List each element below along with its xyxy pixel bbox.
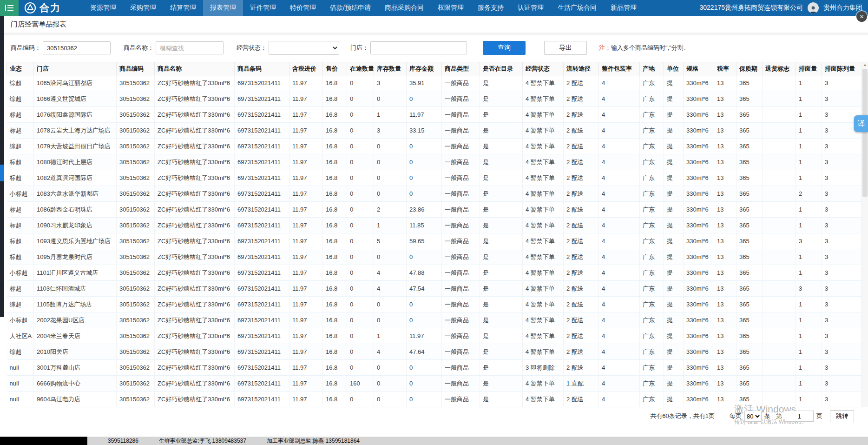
nav-item[interactable]: 结算管理 [163,0,203,16]
table-cell: 广东 [640,186,664,202]
store-input[interactable] [370,41,467,54]
table-cell: 11.97 [289,376,323,392]
table-scrollbar[interactable]: ▲ [861,62,868,407]
export-button[interactable]: 导出 [544,41,587,55]
nav-item[interactable]: 服务支持 [471,0,511,16]
table-cell: ZC好巧砂糖桔红了330ml*6 [155,123,235,139]
table-cell: 是 [480,344,523,360]
table-cell: 365 [736,202,763,218]
table-row[interactable]: 标超1093遵义思乐为置地广场店305150362ZC好巧砂糖桔红了330ml*… [7,233,862,249]
table-cell: 0 [407,249,442,265]
product-name-input[interactable] [156,41,224,54]
jump-button[interactable]: 跳转 [830,410,854,422]
nav-item[interactable]: 借款/预结申请 [323,0,378,16]
table-row[interactable]: 综超2010阳关店305150362ZC好巧砂糖桔红了330ml*6697315… [7,344,862,360]
table-row[interactable]: 标超1082道真滨河国际店305150362ZC好巧砂糖桔红了330ml*669… [7,170,862,186]
table-cell: 16.8 [323,312,347,328]
nav-item[interactable]: 生活广场合同 [551,0,604,16]
table-row[interactable]: 综超1066遵义世贸城店305150362ZC好巧砂糖桔红了330ml*6697… [7,91,862,107]
table-cell: 2 配送 [564,170,599,186]
table-cell [763,202,796,218]
table-row[interactable]: null3001万科麓山店305150362ZC好巧砂糖桔红了330ml*669… [7,360,862,376]
table-row[interactable]: 大社区A2004米兰春天店305150362ZC好巧砂糖桔红了330ml*669… [7,328,862,344]
table-cell: 23.86 [407,202,442,218]
scrollbar-thumb[interactable] [862,69,868,197]
page-number-input[interactable] [785,411,814,422]
table-row[interactable]: null6666购物流中心305150362ZC好巧砂糖桔红了330ml*669… [7,376,862,392]
table-cell: 1 [796,107,822,123]
nav-item[interactable]: 资源管理 [83,0,123,16]
table-cell: 11.97 [407,328,442,344]
table-row[interactable]: 标超1090习水麒龙印象店305150362ZC好巧砂糖桔红了330ml*669… [7,218,862,233]
table-cell: 1082道真滨河国际店 [34,170,117,186]
translate-button[interactable]: 译 [854,115,868,132]
table-cell: 3 [796,281,822,297]
table-row[interactable]: null9604乌江电力店305150362ZC好巧砂糖桔红了330ml*669… [7,392,862,407]
table-row[interactable]: 小标超2002花果园U区店305150362ZC好巧砂糖桔红了330ml*669… [7,312,862,328]
nav-item[interactable]: 权限管理 [431,0,471,16]
column-header: 整件包装率 [599,62,640,75]
footer-contact2: 加工事业部副总监:陈燕 13595181864 [267,437,360,445]
close-button[interactable]: ✕ [856,11,867,22]
table-cell: 11.85 [407,218,442,233]
table-cell: 提 [664,344,684,360]
sidebar-active-indicator[interactable] [0,165,4,181]
table-row[interactable]: 标超1103仁怀国酒城店305150362ZC好巧砂糖桔红了330ml*6697… [7,281,862,297]
nav-item[interactable]: 认证管理 [511,0,551,16]
table-row[interactable]: 标超1080德江时代上层店305150362ZC好巧砂糖桔红了330ml*669… [7,154,862,170]
table-cell: 广东 [640,154,664,170]
collapsed-sidebar[interactable] [0,16,4,317]
scroll-up-icon[interactable]: ▲ [862,62,868,68]
table-cell: 4 暂禁下单 [523,123,564,139]
nav-item[interactable]: 采购管理 [123,0,163,16]
table-cell: 是 [480,233,523,249]
nav-item[interactable]: 报表管理 [203,0,243,16]
table-row[interactable]: 标超1078云岩大上海万达广场店305150362ZC好巧砂糖桔红了330ml*… [7,123,862,139]
table-cell: 330ml*6 [684,123,714,139]
table-cell: 提 [664,265,684,281]
table-cell: 是 [480,91,523,107]
table-row[interactable]: 综超1065沿河乌江丽都店305150362ZC好巧砂糖桔红了330ml*669… [7,75,862,91]
table-cell [763,344,796,360]
record-count: 共有60条记录，共有1页 [650,412,715,420]
table-row[interactable]: 小标超1101汇川区遵义古城店305150362ZC好巧砂糖桔红了330ml*6… [7,265,862,281]
per-page-select[interactable]: 80 [744,411,762,422]
table-cell: 11.97 [289,265,323,281]
table-cell: 是 [480,297,523,312]
status-select[interactable] [269,41,339,55]
table-row[interactable]: 小标超1083六盘水派华新都店305150362ZC好巧砂糖桔红了330ml*6… [7,186,862,202]
table-row[interactable]: 标超1086黔西金石明珠店305150362ZC好巧砂糖桔红了330ml*669… [7,202,862,218]
table-cell: 0 [347,123,374,139]
table-cell: 13 [714,107,736,123]
nav-item[interactable]: 商品采购合同 [378,0,431,16]
table-cell: 2 配送 [564,344,599,360]
table-cell: 0 [347,233,374,249]
table-row[interactable]: 综超1105数博万达广场店305150362ZC好巧砂糖桔红了330ml*669… [7,297,862,312]
product-code-input[interactable] [43,41,111,54]
nav-item[interactable]: 特价管理 [283,0,323,16]
nav-item[interactable]: 证件管理 [243,0,283,16]
table-cell: 365 [736,249,763,265]
search-button[interactable]: 查询 [483,41,526,55]
table-cell: 0 [374,154,407,170]
table-row[interactable]: 综超1079大营坡益田假日广场店305150362ZC好巧砂糖桔红了330ml*… [7,139,862,154]
table-cell: 2 配送 [564,328,599,344]
column-header: 在途数量 [347,62,374,75]
user-avatar[interactable] [808,2,819,13]
table-cell: 1105数博万达广场店 [34,297,117,312]
table-row[interactable]: 标超1095丹寨龙泉时代店305150362ZC好巧砂糖桔红了330ml*669… [7,249,862,265]
table-cell: 6973152021411 [235,75,289,91]
table-cell [763,107,796,123]
table-cell: 1 [796,202,822,218]
table-cell: ZC好巧砂糖桔红了330ml*6 [155,218,235,233]
table-cell: 16.8 [323,328,347,344]
table-cell: 是 [480,139,523,154]
table-cell: 是 [480,202,523,218]
nav-item[interactable]: 新品管理 [604,0,644,16]
menu-toggle-button[interactable] [0,0,19,16]
table-cell: 2 配送 [564,186,599,202]
table-cell: 13 [714,328,736,344]
table-row[interactable]: 标超1076绥阳鑫源国际店305150362ZC好巧砂糖桔红了330ml*669… [7,107,862,123]
user-group-name[interactable]: 贵州合力集团 [823,4,862,12]
table-cell: 提 [664,91,684,107]
